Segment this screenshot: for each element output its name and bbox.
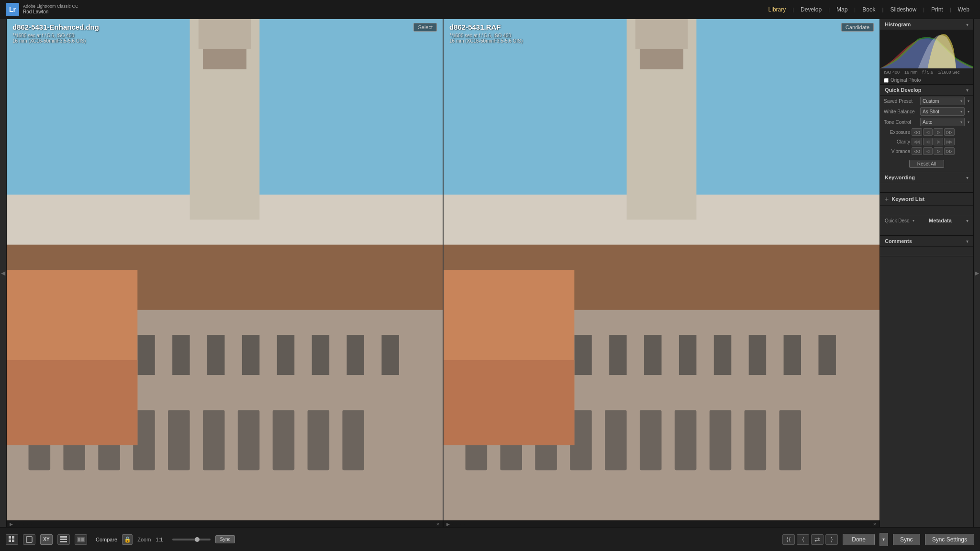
clarity-right-btn[interactable]: ▷ [934, 138, 943, 145]
keyword-plus-icon[interactable]: + [885, 195, 889, 203]
svg-rect-12 [207, 335, 224, 375]
grid-view-btn[interactable] [6, 534, 18, 545]
svg-rect-46 [784, 335, 801, 375]
zoom-slider-track[interactable] [172, 539, 211, 540]
saved-preset-extra-arrow[interactable]: ▾ [968, 99, 969, 103]
svg-rect-62 [12, 536, 14, 539]
svg-rect-57 [779, 410, 801, 470]
nav-print[interactable]: Print [926, 4, 948, 15]
comments-expand-icon: ▾ [966, 239, 969, 244]
exposure-row: Exposure ◁◁ ◁ ▷ ▷▷ [880, 127, 973, 137]
quick-develop-header[interactable]: Quick Develop ▾ [880, 85, 973, 96]
sync-small-btn[interactable]: Sync [215, 535, 234, 543]
reset-all-btn[interactable]: Reset All [909, 160, 944, 168]
exposure-dbl-right-btn[interactable]: ▷▷ [944, 128, 955, 136]
left-panel-toggle[interactable]: ◀ [0, 19, 7, 527]
svg-rect-33 [635, 19, 688, 49]
exposure-dbl-left-btn[interactable]: ◁◁ [912, 128, 922, 136]
zoom-thumb[interactable] [195, 537, 200, 542]
right-exif: 1/1600 sec at f / 5.6, ISO 400 [449, 32, 523, 38]
compare-container: d862-5431-Enhanced.dng 1/1600 sec at f /… [7, 19, 880, 520]
top-bar: Lr Adobe Lightroom Classic CC Rod Lawton… [0, 0, 980, 19]
quick-desc-arrow[interactable]: ▾ [913, 219, 914, 223]
exposure-label: Exposure [884, 130, 910, 135]
tone-control-select[interactable]: Auto ▾ [920, 118, 965, 126]
vibrance-label: Vibrance [884, 149, 910, 154]
vibrance-right-btn[interactable]: ▷ [934, 147, 943, 155]
done-btn[interactable]: Done [843, 534, 875, 545]
vibrance-dbl-left-btn[interactable]: ◁◁ [912, 147, 922, 155]
white-balance-extra-arrow[interactable]: ▾ [968, 110, 969, 114]
clarity-left-btn[interactable]: ◁ [923, 138, 933, 145]
svg-rect-26 [308, 410, 330, 470]
vibrance-dbl-right-btn[interactable]: ▷▷ [944, 147, 955, 155]
nav-prev-btn[interactable]: ⟨ [797, 534, 809, 545]
svg-rect-70 [78, 538, 80, 541]
keywording-expand-icon: ▾ [966, 175, 969, 180]
right-scroll-close[interactable]: ✕ [873, 522, 877, 527]
svg-rect-67 [60, 539, 67, 540]
left-photo-image[interactable] [7, 19, 443, 520]
svg-rect-61 [9, 536, 11, 539]
right-scrollbar[interactable]: ▶ · · · · · ✕ [444, 521, 880, 527]
reset-all-container: Reset All [880, 156, 973, 172]
white-balance-row: White Balance As Shot ▾ ▾ [880, 106, 973, 117]
nav-next-btn[interactable]: ⟩ [825, 534, 838, 545]
filmstrip-btn[interactable] [75, 534, 87, 545]
nav-web[interactable]: Web [953, 4, 974, 15]
svg-rect-68 [60, 541, 67, 542]
histogram-header[interactable]: Histogram ▾ [880, 19, 973, 30]
svg-rect-65 [26, 537, 32, 542]
original-photo-check[interactable]: Original Photo [880, 76, 973, 84]
svg-rect-24 [238, 410, 260, 470]
metadata-header[interactable]: Quick Desc. ▾ Metadata ▾ [880, 215, 973, 226]
swap-btn[interactable]: ⇄ [811, 534, 824, 545]
svg-rect-14 [277, 335, 294, 375]
nav-map[interactable]: Map [832, 4, 852, 15]
clarity-dbl-left-btn[interactable]: ◁◁ [912, 138, 922, 145]
comments-section [880, 247, 973, 256]
clarity-dbl-right-btn[interactable]: ▷▷ [944, 138, 955, 145]
sync-settings-btn[interactable]: Sync Settings [925, 534, 974, 545]
survey-view-btn[interactable] [57, 534, 70, 545]
done-dropdown[interactable]: ▾ [880, 533, 888, 546]
right-photo-image[interactable] [444, 19, 880, 520]
keywording-header[interactable]: Keywording ▾ [880, 172, 973, 183]
svg-rect-59 [444, 360, 574, 445]
nav-develop[interactable]: Develop [796, 4, 826, 15]
nav-slideshow[interactable]: Slideshow [885, 4, 921, 15]
left-badge[interactable]: Select [413, 23, 437, 32]
exposure-right-btn[interactable]: ▷ [934, 128, 943, 136]
left-scroll-close[interactable]: ✕ [436, 522, 440, 527]
nav-first-btn[interactable]: ⟨⟨ [782, 534, 795, 545]
saved-preset-select[interactable]: Custom ▾ [920, 97, 965, 105]
nav-library[interactable]: Library [764, 4, 791, 15]
svg-rect-4 [203, 49, 246, 69]
clarity-row: Clarity ◁◁ ◁ ▷ ▷▷ [880, 137, 973, 146]
histogram-canvas [880, 30, 973, 68]
svg-rect-13 [242, 335, 259, 375]
loupe-view-btn[interactable] [23, 534, 35, 545]
white-balance-select[interactable]: As Shot ▾ [920, 107, 965, 116]
svg-rect-52 [605, 410, 627, 470]
original-photo-checkbox[interactable] [884, 78, 889, 83]
right-photo-label: d862-5431.RAF 1/1600 sec at f / 5.6, ISO… [449, 23, 523, 44]
exposure-left-btn[interactable]: ◁ [923, 128, 933, 136]
keyword-list-header[interactable]: + Keyword List [880, 193, 973, 206]
zoom-slider[interactable] [172, 539, 211, 540]
left-scrollbar[interactable]: ▶ · · · · · ✕ [7, 521, 443, 527]
sync-main-btn[interactable]: Sync [893, 534, 920, 545]
vibrance-left-btn[interactable]: ◁ [923, 147, 933, 155]
compare-view-btn[interactable]: XY [40, 534, 53, 545]
lock-btn[interactable]: 🔒 [122, 534, 133, 545]
nav-book[interactable]: Book [858, 4, 880, 15]
right-badge[interactable]: Candidate [841, 23, 874, 32]
histogram-expand-icon: ▾ [966, 22, 969, 27]
comments-header[interactable]: Comments ▾ [880, 236, 973, 247]
right-panel-toggle[interactable]: ▶ [973, 19, 980, 527]
main-layout: ◀ [0, 19, 980, 527]
svg-rect-41 [609, 335, 626, 375]
svg-rect-47 [818, 335, 835, 375]
saved-preset-row: Saved Preset Custom ▾ ▾ [880, 96, 973, 106]
tone-control-extra-arrow[interactable]: ▾ [968, 120, 969, 124]
